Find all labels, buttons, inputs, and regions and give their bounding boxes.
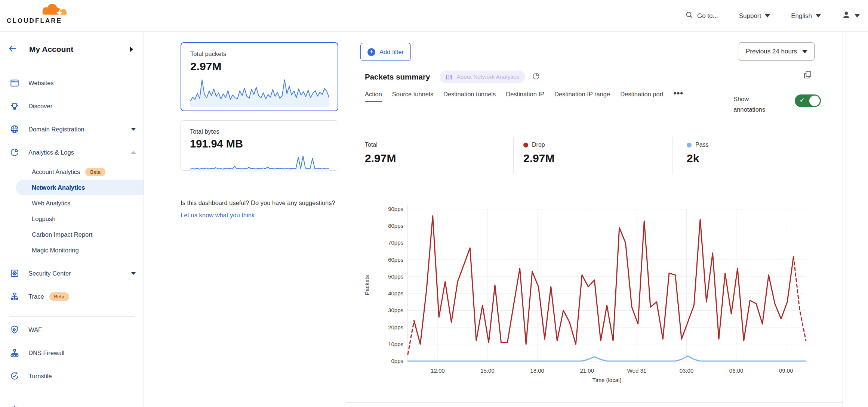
sidebar-item-websites[interactable]: Websites bbox=[0, 71, 144, 94]
sidebar-item-label: Discover bbox=[28, 103, 52, 110]
svg-text:50pps: 50pps bbox=[388, 273, 403, 280]
sidebar-item-waf[interactable]: WAF bbox=[0, 318, 144, 341]
sidebar-item-analytics-logs[interactable]: Analytics & Logs bbox=[0, 141, 144, 164]
sidebar-item-label: Security Center bbox=[28, 270, 71, 277]
vault-icon bbox=[10, 268, 19, 278]
feedback-question: Is this dashboard useful? Do you have an… bbox=[181, 199, 335, 206]
tab-destination-port[interactable]: Destination port bbox=[620, 91, 664, 102]
sidebar-item-label: Magic Monitoring bbox=[32, 247, 79, 254]
svg-text:90pps: 90pps bbox=[388, 206, 403, 212]
sidebar-item-trace[interactable]: TraceBeta bbox=[0, 285, 144, 308]
svg-text:18:00: 18:00 bbox=[530, 367, 544, 374]
sidebar-item-web-analytics[interactable]: Web Analytics bbox=[0, 195, 144, 211]
svg-text:20pps: 20pps bbox=[388, 324, 403, 330]
sidebar-item-account-analytics[interactable]: Account AnalyticsBeta bbox=[0, 164, 144, 180]
stats-row: Total2.97MDrop2.97MPass2k bbox=[346, 137, 843, 174]
account-header: My Account bbox=[0, 32, 144, 66]
total-packets-card[interactable]: Total packets 2.97M bbox=[181, 42, 338, 111]
sidebar-item-turnstile[interactable]: Turnstile bbox=[0, 364, 144, 388]
trace-route-icon bbox=[10, 292, 19, 301]
tab-source-tunnels[interactable]: Source tunnels bbox=[392, 91, 433, 102]
beta-badge: Beta bbox=[49, 292, 70, 301]
total-bytes-sparkline bbox=[190, 154, 329, 172]
sidebar-item-item[interactable] bbox=[0, 398, 144, 407]
legend-dot-pass bbox=[687, 143, 692, 147]
sidebar-item-network-analytics[interactable]: Network Analytics bbox=[16, 180, 144, 195]
sidebar-item-domain-registration[interactable]: Domain Registration bbox=[0, 118, 144, 141]
tab-action[interactable]: Action bbox=[365, 91, 382, 102]
total-bytes-card[interactable]: Total bytes 191.94 MB bbox=[181, 120, 338, 171]
sidebar: My Account WebsitesDiscoverDomain Regist… bbox=[0, 32, 144, 407]
stat-value: 2k bbox=[687, 152, 843, 165]
add-filter-label: Add filter bbox=[379, 49, 404, 56]
sidebar-item-label: DNS Firewall bbox=[28, 349, 64, 357]
tab-destination-tunnels[interactable]: Destination tunnels bbox=[443, 91, 496, 102]
sidebar-item-logpush[interactable]: Logpush bbox=[0, 211, 144, 227]
dimension-tabs: ActionSource tunnelsDestination tunnelsD… bbox=[365, 91, 712, 102]
sidebar-item-discover[interactable]: Discover bbox=[0, 94, 144, 118]
browser-window-icon bbox=[10, 78, 19, 88]
about-network-analytics-pill[interactable]: About Network Analytics bbox=[440, 71, 525, 83]
sidebar-item-label: WAF bbox=[28, 326, 42, 333]
about-pill-label: About Network Analytics bbox=[456, 74, 519, 80]
chevron-right-icon[interactable] bbox=[130, 46, 133, 52]
chart-area: 0pps10pps20pps30pps40pps50pps60pps70pps8… bbox=[359, 202, 834, 394]
pie-chart-icon[interactable] bbox=[532, 72, 540, 82]
header-nav: Go to... Support English bbox=[685, 0, 860, 32]
sidebar-item-magic-monitoring[interactable]: Magic Monitoring bbox=[0, 242, 144, 258]
sidebar-item-label: Domain Registration bbox=[28, 126, 84, 133]
show-annotations-label: Show annotations bbox=[733, 94, 779, 115]
stat-value: 2.97M bbox=[365, 152, 513, 165]
back-arrow-icon[interactable] bbox=[7, 44, 17, 55]
stat-label: Total bbox=[365, 142, 513, 148]
stat-drop: Drop2.97M bbox=[513, 137, 672, 174]
stat-pass: Pass2k bbox=[672, 137, 843, 174]
sidebar-item-label: Network Analytics bbox=[32, 184, 85, 191]
svg-text:09:00: 09:00 bbox=[779, 367, 793, 374]
svg-text:15:00: 15:00 bbox=[480, 367, 495, 374]
add-filter-button[interactable]: + Add filter bbox=[360, 43, 411, 61]
toggle-knob bbox=[809, 96, 820, 106]
card-title: Total bytes bbox=[190, 128, 329, 135]
caret-down-icon bbox=[131, 272, 136, 275]
support-label: Support bbox=[739, 12, 761, 20]
sidebar-item-carbon-impact-report[interactable]: Carbon Impact Report bbox=[0, 227, 144, 242]
dns-tree-icon bbox=[10, 348, 19, 358]
sidebar-item-label: Trace bbox=[28, 293, 44, 300]
cloudflare-logo[interactable]: CLOUDFLARE bbox=[7, 1, 70, 31]
stat-value: 2.97M bbox=[523, 152, 672, 165]
feedback-link[interactable]: Let us know what you think bbox=[181, 209, 255, 221]
time-range-label: Previous 24 hours bbox=[746, 48, 797, 55]
copy-expand-icon[interactable] bbox=[803, 70, 812, 81]
panel-divider bbox=[346, 402, 843, 403]
shield-gear-icon bbox=[10, 325, 19, 335]
card-value: 2.97M bbox=[190, 60, 329, 73]
account-title: My Account bbox=[29, 45, 130, 54]
tab-destination-ip-range[interactable]: Destination IP range bbox=[554, 91, 610, 102]
tab-destination-ip[interactable]: Destination IP bbox=[506, 91, 544, 102]
support-menu[interactable]: Support bbox=[739, 12, 770, 20]
sidebar-divider bbox=[10, 316, 134, 317]
svg-text:70pps: 70pps bbox=[388, 239, 403, 246]
more-tabs-icon[interactable]: ••• bbox=[674, 91, 683, 102]
show-annotations-toggle[interactable]: ✓ bbox=[795, 94, 821, 107]
cloudflare-network-analytics-page: CLOUDFLARE Go to... Support English bbox=[0, 0, 868, 407]
account-menu[interactable] bbox=[842, 10, 860, 21]
time-range-dropdown[interactable]: Previous 24 hours bbox=[739, 42, 815, 61]
caret-down-icon bbox=[131, 128, 136, 131]
pie-chart-icon bbox=[10, 147, 19, 157]
svg-text:10pps: 10pps bbox=[388, 341, 403, 347]
sidebar-item-security-center[interactable]: Security Center bbox=[0, 262, 144, 285]
search-icon bbox=[685, 11, 693, 21]
language-menu[interactable]: English bbox=[791, 12, 821, 20]
go-to-search[interactable]: Go to... bbox=[685, 11, 718, 21]
chevron-down-icon bbox=[802, 50, 807, 53]
svg-text:80pps: 80pps bbox=[388, 223, 403, 229]
sidebar-item-label: Websites bbox=[28, 80, 54, 87]
sidebar-item-dns-firewall[interactable]: DNS Firewall bbox=[0, 341, 144, 364]
sidebar-item-label: Logpush bbox=[32, 215, 55, 223]
sidebar-item-label: Analytics & Logs bbox=[28, 149, 74, 156]
svg-text:Packets: Packets bbox=[364, 275, 370, 295]
lightbulb-icon bbox=[10, 101, 19, 111]
packets-time-series-chart[interactable]: 0pps10pps20pps30pps40pps50pps60pps70pps8… bbox=[359, 202, 834, 392]
